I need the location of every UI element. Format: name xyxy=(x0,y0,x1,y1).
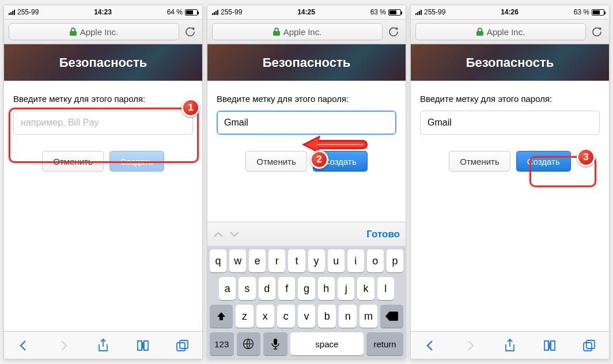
battery-icon xyxy=(185,9,198,16)
bookmarks-button[interactable] xyxy=(136,339,150,352)
safari-address-bar: Apple Inc. xyxy=(207,19,406,44)
share-button[interactable] xyxy=(96,339,110,352)
carrier-label: 255-99 xyxy=(17,8,39,16)
page-banner: Безопасность xyxy=(411,44,609,81)
svg-rect-3 xyxy=(274,339,277,345)
create-button[interactable]: Создать xyxy=(516,151,571,172)
key-e[interactable]: e xyxy=(249,249,266,272)
key-s[interactable]: s xyxy=(239,277,255,300)
key-space[interactable]: space xyxy=(290,332,364,355)
reload-button[interactable] xyxy=(183,24,198,39)
key-c[interactable]: c xyxy=(277,305,295,328)
address-text: Apple Inc. xyxy=(80,27,119,37)
key-backspace[interactable] xyxy=(380,305,403,328)
key-g[interactable]: g xyxy=(298,277,315,300)
key-n[interactable]: n xyxy=(339,305,357,328)
key-return[interactable]: return xyxy=(366,332,403,355)
create-button[interactable]: Создать xyxy=(109,151,164,172)
keyboard-accessory: Готово xyxy=(207,222,406,246)
tabs-button[interactable] xyxy=(582,339,596,352)
keyboard-row-4: 123 space return xyxy=(210,332,403,355)
key-u[interactable]: u xyxy=(328,249,345,272)
signal-icon xyxy=(9,9,15,15)
key-p[interactable]: p xyxy=(387,249,403,272)
share-button[interactable] xyxy=(503,339,517,352)
status-bar: 255-99 14:23 64 % xyxy=(4,5,202,19)
address-field[interactable]: Apple Inc. xyxy=(212,23,383,40)
key-x[interactable]: x xyxy=(256,305,274,328)
key-r[interactable]: r xyxy=(268,249,285,272)
lock-icon xyxy=(70,28,77,36)
battery-percent: 63 % xyxy=(370,8,386,16)
cancel-button[interactable]: Отменить xyxy=(42,151,104,172)
back-button[interactable] xyxy=(17,339,31,352)
carrier-label: 255-99 xyxy=(221,8,242,16)
password-label-input[interactable] xyxy=(420,111,600,135)
screenshot-1: 255-99 14:23 64 % Apple Inc. Безопасност… xyxy=(3,5,203,359)
keyboard-row-1: q w e r t y u i o p xyxy=(210,249,403,272)
status-bar: 255-99 14:25 63 % xyxy=(207,5,406,19)
key-q[interactable]: q xyxy=(210,249,226,272)
carrier-label: 255-99 xyxy=(424,8,445,16)
key-i[interactable]: i xyxy=(347,249,364,272)
address-field[interactable]: Apple Inc. xyxy=(9,23,179,40)
signal-icon xyxy=(415,9,422,15)
battery-percent: 64 % xyxy=(167,8,183,16)
key-t[interactable]: t xyxy=(288,249,305,272)
cancel-button[interactable]: Отменить xyxy=(245,151,307,172)
password-label-input[interactable] xyxy=(217,111,396,135)
key-123[interactable]: 123 xyxy=(210,332,234,355)
address-field[interactable]: Apple Inc. xyxy=(415,23,586,40)
back-button[interactable] xyxy=(423,339,437,352)
password-label-input[interactable] xyxy=(13,111,193,135)
key-y[interactable]: y xyxy=(308,249,325,272)
field-label: Введите метку для этого пароля: xyxy=(217,94,396,104)
clock: 14:25 xyxy=(297,8,315,16)
forward-button[interactable] xyxy=(463,339,477,352)
battery-icon xyxy=(592,9,604,16)
address-text: Apple Inc. xyxy=(487,27,525,37)
key-globe[interactable] xyxy=(237,332,261,355)
lock-icon xyxy=(273,28,280,36)
key-w[interactable]: w xyxy=(229,249,246,272)
svg-rect-0 xyxy=(177,343,185,351)
key-h[interactable]: h xyxy=(318,277,335,300)
forward-button[interactable] xyxy=(56,339,70,352)
create-button[interactable]: Создать xyxy=(313,151,368,172)
key-d[interactable]: d xyxy=(259,277,275,300)
tabs-button[interactable] xyxy=(176,339,190,352)
lock-icon xyxy=(476,28,483,36)
safari-address-bar: Apple Inc. xyxy=(4,19,202,44)
field-label: Введите метку для этого пароля: xyxy=(13,94,193,104)
banner-title: Безопасность xyxy=(59,55,147,70)
key-j[interactable]: j xyxy=(338,277,354,300)
keyboard-done-button[interactable]: Готово xyxy=(366,229,400,240)
banner-title: Безопасность xyxy=(263,55,351,70)
address-text: Apple Inc. xyxy=(283,27,322,37)
banner-title: Безопасность xyxy=(466,55,554,70)
reload-button[interactable] xyxy=(589,24,604,39)
key-k[interactable]: k xyxy=(357,277,374,300)
reload-button[interactable] xyxy=(386,24,401,39)
safari-toolbar xyxy=(411,331,609,359)
next-field-button[interactable] xyxy=(229,231,245,238)
page-banner: Безопасность xyxy=(207,44,406,81)
key-a[interactable]: a xyxy=(219,277,236,300)
key-z[interactable]: z xyxy=(236,305,253,328)
screenshot-2: 255-99 14:25 63 % Apple Inc. Безопасност… xyxy=(207,5,406,359)
prev-field-button[interactable] xyxy=(213,231,229,238)
key-f[interactable]: f xyxy=(278,277,295,300)
bookmarks-button[interactable] xyxy=(543,339,557,352)
key-v[interactable]: v xyxy=(298,305,316,328)
key-mic[interactable] xyxy=(263,332,287,355)
key-l[interactable]: l xyxy=(377,277,394,300)
svg-rect-1 xyxy=(180,340,188,348)
cancel-button[interactable]: Отменить xyxy=(449,151,510,172)
clock: 14:23 xyxy=(94,8,112,16)
key-o[interactable]: o xyxy=(367,249,384,272)
key-shift[interactable] xyxy=(210,305,233,328)
screenshot-3: 255-99 14:26 63 % Apple Inc. Безопасност… xyxy=(410,5,610,359)
status-bar: 255-99 14:26 63 % xyxy=(411,5,609,19)
key-m[interactable]: m xyxy=(360,305,377,328)
key-b[interactable]: b xyxy=(318,305,336,328)
